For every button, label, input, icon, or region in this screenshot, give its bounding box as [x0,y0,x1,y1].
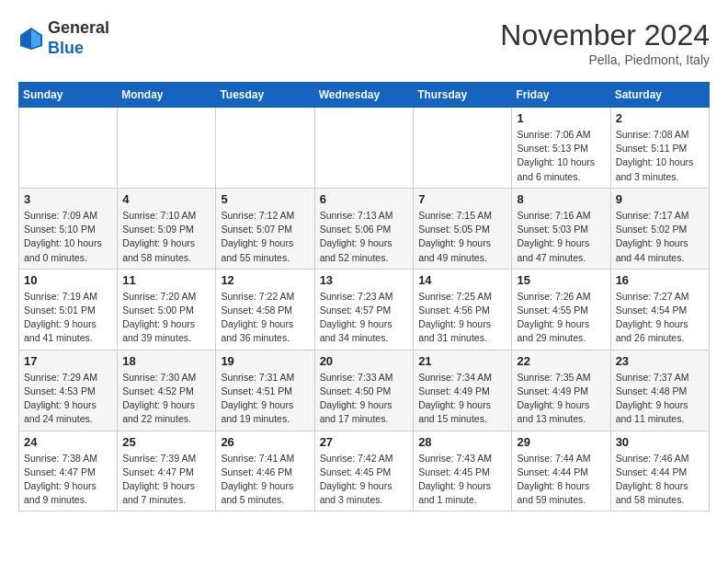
calendar-cell [118,108,216,189]
day-number: 16 [616,273,704,287]
day-info: Sunrise: 7:41 AM Sunset: 4:46 PM Dayligh… [221,452,309,508]
day-number: 29 [517,435,605,449]
day-info: Sunrise: 7:22 AM Sunset: 4:58 PM Dayligh… [221,290,309,346]
day-info: Sunrise: 7:13 AM Sunset: 5:06 PM Dayligh… [320,209,409,265]
day-number: 17 [24,354,112,368]
logo: General Blue [18,18,109,58]
day-info: Sunrise: 7:27 AM Sunset: 4:54 PM Dayligh… [616,290,704,346]
day-number: 7 [418,192,506,206]
calendar-cell: 4Sunrise: 7:10 AM Sunset: 5:09 PM Daylig… [118,188,216,269]
calendar-cell: 3Sunrise: 7:09 AM Sunset: 5:10 PM Daylig… [19,188,118,269]
day-info: Sunrise: 7:26 AM Sunset: 4:55 PM Dayligh… [517,290,605,346]
calendar-cell: 30Sunrise: 7:46 AM Sunset: 4:44 PM Dayli… [610,431,709,511]
calendar-cell: 18Sunrise: 7:30 AM Sunset: 4:52 PM Dayli… [118,350,216,431]
calendar-cell: 5Sunrise: 7:12 AM Sunset: 5:07 PM Daylig… [216,188,314,269]
day-number: 27 [320,435,409,449]
page-header: General Blue November 2024 Pella, Piedmo… [18,18,710,67]
day-info: Sunrise: 7:43 AM Sunset: 4:45 PM Dayligh… [418,452,506,508]
day-number: 1 [517,111,605,125]
day-info: Sunrise: 7:19 AM Sunset: 5:01 PM Dayligh… [24,290,112,346]
day-number: 4 [122,192,210,206]
day-number: 28 [418,435,506,449]
day-number: 20 [320,354,409,368]
day-number: 11 [122,273,210,287]
day-info: Sunrise: 7:38 AM Sunset: 4:47 PM Dayligh… [24,452,112,508]
calendar-header: Sunday Monday Tuesday Wednesday Thursday… [19,83,710,108]
day-info: Sunrise: 7:15 AM Sunset: 5:05 PM Dayligh… [418,209,506,265]
day-info: Sunrise: 7:31 AM Sunset: 4:51 PM Dayligh… [221,371,309,427]
day-info: Sunrise: 7:34 AM Sunset: 4:49 PM Dayligh… [418,371,506,427]
day-number: 3 [24,192,112,206]
day-number: 6 [320,192,409,206]
day-info: Sunrise: 7:44 AM Sunset: 4:44 PM Dayligh… [517,452,605,508]
calendar-cell: 14Sunrise: 7:25 AM Sunset: 4:56 PM Dayli… [414,269,512,350]
day-info: Sunrise: 7:30 AM Sunset: 4:52 PM Dayligh… [122,371,210,427]
day-number: 24 [24,435,112,449]
calendar-cell: 15Sunrise: 7:26 AM Sunset: 4:55 PM Dayli… [512,269,610,350]
title-block: November 2024 Pella, Piedmont, Italy [500,18,710,67]
calendar-cell: 17Sunrise: 7:29 AM Sunset: 4:53 PM Dayli… [19,350,118,431]
month-title: November 2024 [500,18,710,52]
day-info: Sunrise: 7:25 AM Sunset: 4:56 PM Dayligh… [418,290,506,346]
calendar-cell: 19Sunrise: 7:31 AM Sunset: 4:51 PM Dayli… [216,350,314,431]
day-number: 15 [517,273,605,287]
col-sunday: Sunday [19,83,118,108]
location: Pella, Piedmont, Italy [500,52,710,67]
calendar-cell: 13Sunrise: 7:23 AM Sunset: 4:57 PM Dayli… [314,269,414,350]
calendar-cell: 9Sunrise: 7:17 AM Sunset: 5:02 PM Daylig… [610,188,709,269]
calendar-cell: 20Sunrise: 7:33 AM Sunset: 4:50 PM Dayli… [314,350,414,431]
day-number: 2 [616,111,704,125]
calendar-cell: 25Sunrise: 7:39 AM Sunset: 4:47 PM Dayli… [118,431,216,511]
calendar-table: Sunday Monday Tuesday Wednesday Thursday… [18,82,710,511]
day-number: 26 [221,435,309,449]
col-monday: Monday [118,83,216,108]
day-number: 5 [221,192,309,206]
calendar-cell: 28Sunrise: 7:43 AM Sunset: 4:45 PM Dayli… [414,431,512,511]
calendar-week-3: 10Sunrise: 7:19 AM Sunset: 5:01 PM Dayli… [19,269,710,350]
calendar-cell: 11Sunrise: 7:20 AM Sunset: 5:00 PM Dayli… [118,269,216,350]
day-number: 30 [616,435,704,449]
day-number: 14 [418,273,506,287]
day-number: 12 [221,273,309,287]
calendar-cell: 29Sunrise: 7:44 AM Sunset: 4:44 PM Dayli… [512,431,610,511]
calendar-cell: 7Sunrise: 7:15 AM Sunset: 5:05 PM Daylig… [414,188,512,269]
day-info: Sunrise: 7:29 AM Sunset: 4:53 PM Dayligh… [24,371,112,427]
day-number: 25 [122,435,210,449]
calendar-cell: 27Sunrise: 7:42 AM Sunset: 4:45 PM Dayli… [314,431,414,511]
day-info: Sunrise: 7:10 AM Sunset: 5:09 PM Dayligh… [122,209,210,265]
day-info: Sunrise: 7:12 AM Sunset: 5:07 PM Dayligh… [221,209,309,265]
day-info: Sunrise: 7:06 AM Sunset: 5:13 PM Dayligh… [517,128,605,184]
day-number: 18 [122,354,210,368]
day-number: 9 [616,192,704,206]
day-number: 13 [320,273,409,287]
calendar-cell: 6Sunrise: 7:13 AM Sunset: 5:06 PM Daylig… [314,188,414,269]
col-friday: Friday [512,83,610,108]
calendar-cell: 21Sunrise: 7:34 AM Sunset: 4:49 PM Dayli… [414,350,512,431]
calendar-cell: 24Sunrise: 7:38 AM Sunset: 4:47 PM Dayli… [19,431,118,511]
day-info: Sunrise: 7:39 AM Sunset: 4:47 PM Dayligh… [122,452,210,508]
calendar-cell: 22Sunrise: 7:35 AM Sunset: 4:49 PM Dayli… [512,350,610,431]
calendar-cell [216,108,314,189]
day-info: Sunrise: 7:23 AM Sunset: 4:57 PM Dayligh… [320,290,409,346]
calendar-cell: 10Sunrise: 7:19 AM Sunset: 5:01 PM Dayli… [19,269,118,350]
col-thursday: Thursday [414,83,512,108]
calendar-week-1: 1Sunrise: 7:06 AM Sunset: 5:13 PM Daylig… [19,108,710,189]
day-number: 23 [616,354,704,368]
calendar-cell: 12Sunrise: 7:22 AM Sunset: 4:58 PM Dayli… [216,269,314,350]
day-info: Sunrise: 7:37 AM Sunset: 4:48 PM Dayligh… [616,371,704,427]
day-info: Sunrise: 7:16 AM Sunset: 5:03 PM Dayligh… [517,209,605,265]
calendar-cell: 8Sunrise: 7:16 AM Sunset: 5:03 PM Daylig… [512,188,610,269]
calendar-cell: 26Sunrise: 7:41 AM Sunset: 4:46 PM Dayli… [216,431,314,511]
calendar-cell: 2Sunrise: 7:08 AM Sunset: 5:11 PM Daylig… [610,108,709,189]
calendar-cell [314,108,414,189]
day-info: Sunrise: 7:46 AM Sunset: 4:44 PM Dayligh… [616,452,704,508]
calendar-week-2: 3Sunrise: 7:09 AM Sunset: 5:10 PM Daylig… [19,188,710,269]
day-info: Sunrise: 7:42 AM Sunset: 4:45 PM Dayligh… [320,452,409,508]
calendar-body: 1Sunrise: 7:06 AM Sunset: 5:13 PM Daylig… [19,108,710,511]
day-number: 21 [418,354,506,368]
calendar-cell: 1Sunrise: 7:06 AM Sunset: 5:13 PM Daylig… [512,108,610,189]
calendar-cell: 16Sunrise: 7:27 AM Sunset: 4:54 PM Dayli… [610,269,709,350]
weekday-row: Sunday Monday Tuesday Wednesday Thursday… [19,83,710,108]
day-info: Sunrise: 7:35 AM Sunset: 4:49 PM Dayligh… [517,371,605,427]
calendar-cell: 23Sunrise: 7:37 AM Sunset: 4:48 PM Dayli… [610,350,709,431]
